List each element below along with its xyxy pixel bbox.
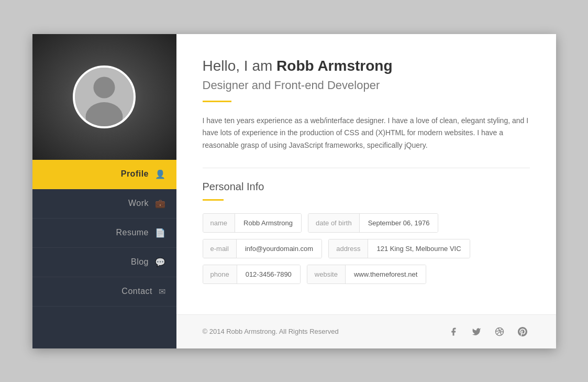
sidebar-item-resume[interactable]: Resume 📄 — [32, 219, 176, 248]
value-dob: September 06, 1976 — [359, 214, 438, 232]
value-email: info@yourdomain.com — [236, 239, 321, 258]
info-row-1: name Robb Armstrong date of birth Septem… — [203, 213, 530, 233]
resume-icon: 📄 — [155, 228, 166, 238]
subtitle: Designer and Front-end Developer — [203, 79, 530, 92]
blog-icon: 💬 — [155, 257, 166, 267]
sidebar-item-label: Contact — [121, 287, 152, 296]
info-field-name: name Robb Armstrong — [203, 213, 302, 233]
main-panel: Hello, I am Robb Armstrong Designer and … — [176, 34, 556, 348]
sidebar-item-contact[interactable]: Contact ✉ — [32, 277, 176, 307]
dribbble-icon[interactable] — [492, 324, 507, 339]
label-name: name — [203, 214, 235, 232]
sidebar-item-blog[interactable]: Blog 💬 — [32, 248, 176, 277]
sidebar-item-label: Work — [128, 199, 149, 208]
facebook-icon[interactable] — [446, 324, 461, 339]
label-address: address — [329, 239, 368, 258]
sidebar-item-label: Resume — [116, 228, 149, 237]
info-field-email: e-mail info@yourdomain.com — [203, 239, 323, 258]
main-content: Hello, I am Robb Armstrong Designer and … — [176, 34, 556, 314]
pinterest-icon[interactable] — [515, 324, 530, 339]
info-row-2: e-mail info@yourdomain.com address 121 K… — [203, 239, 530, 258]
sidebar-item-label: Profile — [121, 169, 149, 179]
greeting: Hello, I am Robb Armstrong — [203, 58, 530, 74]
sidebar-photo-area — [32, 34, 176, 160]
greeting-prefix: Hello, I am — [203, 58, 277, 74]
sidebar-item-work[interactable]: Work 💼 — [32, 189, 176, 219]
info-grid: name Robb Armstrong date of birth Septem… — [203, 213, 530, 284]
label-email: e-mail — [203, 239, 236, 258]
svg-point-1 — [93, 77, 115, 98]
profile-icon: 👤 — [155, 169, 166, 179]
info-field-website: website www.themeforest.net — [307, 265, 426, 284]
value-phone: 012-3456-7890 — [237, 265, 300, 283]
person-name: Robb Armstrong — [276, 58, 392, 74]
value-address: 121 King St, Melbourne VIC — [368, 239, 469, 258]
label-phone: phone — [203, 265, 237, 283]
info-field-address: address 121 King St, Melbourne VIC — [328, 239, 470, 258]
yellow-bar-header — [203, 101, 231, 102]
work-icon: 💼 — [155, 199, 166, 209]
sidebar-item-profile[interactable]: Profile 👤 — [32, 160, 176, 189]
app-container: Profile 👤 Work 💼 Resume 📄 Blog 💬 Contact… — [32, 34, 556, 348]
main-footer: © 2014 Robb Armstrong. All Rights Reserv… — [176, 314, 556, 348]
info-field-dob: date of birth September 06, 1976 — [308, 213, 438, 233]
label-dob: date of birth — [308, 214, 359, 232]
info-field-phone: phone 012-3456-7890 — [203, 265, 301, 284]
label-website: website — [307, 265, 345, 283]
bio-text: I have ten years experience as a web/int… — [203, 115, 530, 152]
copyright: © 2014 Robb Armstrong. All Rights Reserv… — [203, 328, 339, 335]
social-icons — [446, 324, 530, 339]
avatar — [73, 66, 136, 128]
info-row-3: phone 012-3456-7890 website www.themefor… — [203, 265, 530, 284]
value-name: Robb Armstrong — [235, 214, 301, 232]
sidebar: Profile 👤 Work 💼 Resume 📄 Blog 💬 Contact… — [32, 34, 176, 348]
contact-icon: ✉ — [159, 287, 166, 297]
twitter-icon[interactable] — [469, 324, 484, 339]
divider — [203, 168, 530, 168]
sidebar-item-label: Blog — [131, 257, 149, 267]
yellow-bar-section — [203, 199, 224, 201]
value-website: www.themeforest.net — [345, 265, 426, 283]
section-title: Personal Info — [203, 181, 530, 193]
